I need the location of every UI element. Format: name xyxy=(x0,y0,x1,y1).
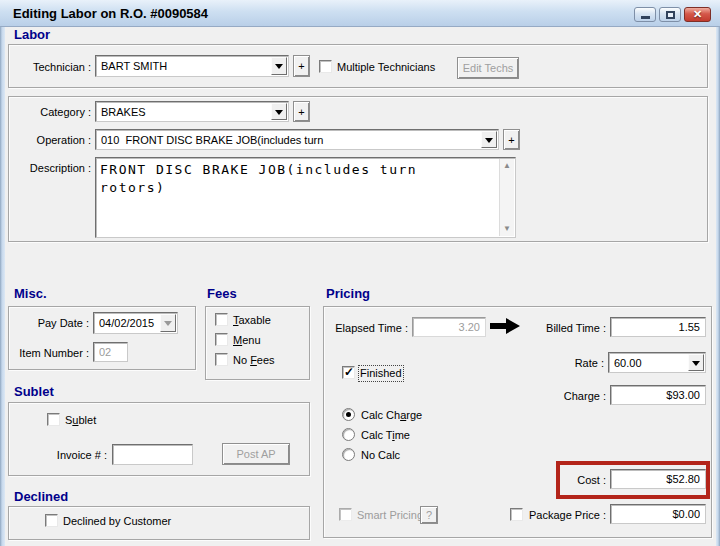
package-price-label: Package Price : xyxy=(524,509,606,522)
edit-techs-button[interactable]: Edit Techs xyxy=(457,57,519,79)
package-price-value[interactable] xyxy=(612,506,704,522)
item-number-label: Item Number : xyxy=(8,347,89,360)
calc-time-label: Calc Time xyxy=(361,429,410,442)
item-number-field[interactable] xyxy=(93,342,128,362)
calc-time-radio[interactable] xyxy=(342,428,355,441)
editing-labor-dialog: Editing Labor on R.O. #0090584 ✕ Labor T… xyxy=(0,0,720,546)
add-technician-button[interactable]: + xyxy=(293,55,310,77)
cost-field[interactable] xyxy=(610,469,706,489)
sublet-checkbox-label: Sublet xyxy=(65,414,96,427)
titlebar: Editing Labor on R.O. #0090584 ✕ xyxy=(0,0,720,27)
invoice-number-label: Invoice # : xyxy=(30,449,107,462)
no-fees-checkbox[interactable] xyxy=(215,353,228,366)
multiple-technicians-label: Multiple Technicians xyxy=(337,61,435,74)
description-value[interactable]: FRONT DISC BRAKE JOB(includes turn rotor… xyxy=(100,161,495,234)
fees-section-header: Fees xyxy=(207,286,237,301)
pay-date-dropdown-arrow-icon[interactable] xyxy=(160,314,176,332)
charge-value[interactable] xyxy=(612,387,704,403)
operation-value[interactable] xyxy=(97,131,497,148)
invoice-number-value[interactable] xyxy=(114,446,191,463)
minimize-button[interactable] xyxy=(634,7,656,22)
technician-dropdown-arrow-icon[interactable] xyxy=(271,57,287,75)
invoice-number-field[interactable] xyxy=(112,444,193,465)
scroll-down-icon[interactable]: ▼ xyxy=(500,222,514,236)
smart-pricing-help-button[interactable]: ? xyxy=(420,506,438,524)
add-category-button[interactable]: + xyxy=(293,101,310,122)
declined-by-customer-label: Declined by Customer xyxy=(63,515,171,528)
category-label: Category : xyxy=(8,106,91,119)
pricing-section-header: Pricing xyxy=(326,286,370,301)
restore-button[interactable] xyxy=(659,7,681,22)
sublet-checkbox[interactable] xyxy=(47,413,60,426)
scroll-up-icon[interactable]: ▲ xyxy=(500,159,514,173)
sublet-section-header: Sublet xyxy=(14,384,54,399)
minimize-icon xyxy=(641,16,650,19)
technician-label: Technician : xyxy=(8,61,91,74)
rate-dropdown-arrow-icon[interactable] xyxy=(688,354,704,371)
billed-time-field[interactable] xyxy=(610,317,706,337)
category-combobox[interactable] xyxy=(95,101,289,122)
description-scrollbar[interactable]: ▲ ▼ xyxy=(499,159,514,236)
smart-pricing-checkbox[interactable] xyxy=(339,508,352,521)
taxable-label: Taxable xyxy=(233,314,271,327)
menu-checkbox[interactable] xyxy=(215,333,228,346)
cost-value[interactable] xyxy=(612,471,704,487)
package-price-field[interactable] xyxy=(610,504,706,524)
window-title: Editing Labor on R.O. #0090584 xyxy=(13,6,208,21)
close-icon: ✕ xyxy=(693,9,702,20)
misc-section-header: Misc. xyxy=(14,286,47,301)
no-calc-radio[interactable] xyxy=(342,448,355,461)
operation-label: Operation : xyxy=(8,134,91,147)
elapsed-time-value xyxy=(414,319,484,335)
no-fees-label: No Fees xyxy=(233,354,275,367)
pay-date-combobox[interactable] xyxy=(93,312,178,334)
no-calc-label: No Calc xyxy=(361,449,400,462)
finished-checkbox[interactable] xyxy=(342,366,355,379)
window-border-left xyxy=(0,27,5,546)
copy-elapsed-to-billed-arrow-icon[interactable] xyxy=(489,317,521,335)
declined-by-customer-checkbox[interactable] xyxy=(45,514,58,527)
rate-label: Rate : xyxy=(544,357,604,370)
description-label: Description : xyxy=(8,162,91,175)
charge-field[interactable] xyxy=(610,385,706,405)
window-border-right xyxy=(716,27,720,546)
calc-charge-radio[interactable] xyxy=(342,408,355,421)
operation-combobox[interactable] xyxy=(95,129,499,150)
operation-dropdown-arrow-icon[interactable] xyxy=(481,131,497,148)
description-textarea[interactable]: FRONT DISC BRAKE JOB(includes turn rotor… xyxy=(95,157,516,238)
category-dropdown-arrow-icon[interactable] xyxy=(271,103,287,120)
close-button[interactable]: ✕ xyxy=(684,7,711,22)
billed-time-value[interactable] xyxy=(612,319,704,335)
calc-charge-label: Calc Charge xyxy=(361,409,422,422)
add-operation-button[interactable]: + xyxy=(503,129,520,150)
declined-section-header: Declined xyxy=(14,489,68,504)
restore-icon xyxy=(666,11,675,19)
labor-section-header: Labor xyxy=(14,27,50,42)
pay-date-label: Pay Date : xyxy=(8,317,89,330)
technician-value[interactable] xyxy=(97,57,287,75)
menu-label: Menu xyxy=(233,334,261,347)
finished-label: Finished xyxy=(360,367,402,380)
technician-combobox[interactable] xyxy=(95,55,289,77)
multiple-technicians-checkbox[interactable] xyxy=(319,60,332,73)
rate-combobox[interactable] xyxy=(608,352,706,373)
post-ap-button[interactable]: Post AP xyxy=(222,443,290,465)
elapsed-time-label: Elapsed Time : xyxy=(324,322,408,335)
charge-label: Charge : xyxy=(520,390,606,403)
category-value[interactable] xyxy=(97,103,287,120)
billed-time-label: Billed Time : xyxy=(520,322,606,335)
elapsed-time-field xyxy=(412,317,486,337)
taxable-checkbox[interactable] xyxy=(215,313,228,326)
item-number-value[interactable] xyxy=(95,344,126,360)
cost-label: Cost : xyxy=(540,474,606,487)
package-price-checkbox[interactable] xyxy=(510,508,523,521)
smart-pricing-label: Smart Pricing xyxy=(357,509,423,522)
